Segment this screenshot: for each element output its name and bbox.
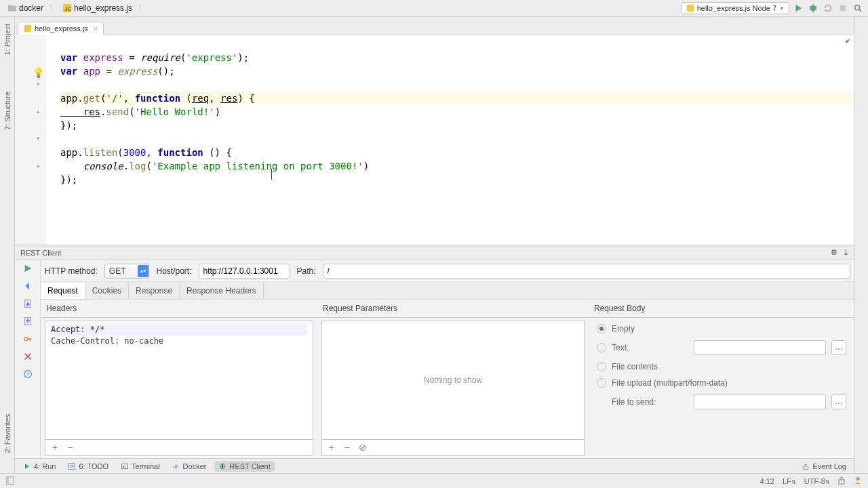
browse-file-button[interactable]: … — [831, 394, 846, 409]
history-back-button[interactable] — [22, 281, 33, 291]
file-encoding[interactable]: UTF-8⇅ — [804, 477, 830, 485]
breadcrumb-file-label: hello_express.js — [74, 3, 132, 13]
js-file-icon: JS — [62, 3, 72, 13]
hide-icon[interactable]: ⤓ — [843, 248, 849, 257]
code-area[interactable]: var express = require('express'); var ap… — [45, 35, 854, 245]
run-button[interactable] — [792, 2, 804, 14]
rest-client-title: REST Client — [20, 249, 61, 257]
favorites-tool-tab[interactable]: 2: Favorites — [2, 410, 13, 457]
fold-icon[interactable]: ▴ — [37, 108, 40, 115]
export-button[interactable] — [22, 298, 33, 309]
fold-icon[interactable]: ▴ — [37, 162, 40, 169]
body-file-upload-option[interactable]: File upload (multipart/form-data) — [594, 375, 849, 391]
help-button[interactable]: ? — [22, 369, 33, 380]
breadcrumb-folder[interactable]: docker — [4, 2, 47, 14]
request-params-title: Request Parameters — [317, 300, 589, 318]
empty-placeholder: Nothing to show — [424, 375, 482, 385]
chevron-right-icon: 〉 — [138, 3, 145, 13]
close-tab-icon[interactable]: × — [94, 24, 98, 33]
clear-params-button[interactable]: ⊘ — [359, 442, 367, 453]
import-button[interactable] — [22, 316, 33, 327]
tab-response-headers[interactable]: Response Headers — [180, 283, 264, 299]
svg-rect-2 — [686, 5, 694, 12]
toolbar-right: hello_express.js Node 7 ▼ — [682, 2, 864, 14]
tab-request[interactable]: Request — [41, 283, 85, 299]
bulb-icon[interactable]: 💡 — [33, 67, 44, 78]
rest-client-tool-button[interactable]: REST Client — [214, 461, 274, 472]
remove-button[interactable] — [22, 351, 33, 362]
submit-request-button[interactable] — [22, 263, 33, 274]
cursor-position[interactable]: 4:12 — [760, 477, 774, 485]
left-tool-window-tabs: 1: Project 7: Structure 2: Favorites — [0, 17, 15, 473]
inspection-indicator[interactable] — [844, 37, 852, 47]
svg-rect-18 — [839, 480, 844, 484]
bottom-tool-bar: 4: Run 6: TODO Terminal Docker REST Clie… — [15, 458, 854, 473]
tool-windows-icon[interactable] — [5, 476, 15, 487]
line-separator[interactable]: LF⇅ — [783, 477, 796, 485]
path-input[interactable] — [323, 264, 850, 279]
editor-gutter: 💡 ▾ ▴ ▾ ▴ — [15, 35, 45, 245]
body-text-input[interactable] — [694, 340, 826, 355]
body-empty-option[interactable]: Empty — [594, 321, 849, 337]
svg-rect-6 — [24, 25, 32, 33]
add-header-button[interactable]: + — [52, 442, 58, 453]
svg-rect-17 — [7, 476, 9, 484]
remove-header-button[interactable]: − — [67, 442, 73, 453]
gear-icon[interactable]: ⚙ — [831, 248, 837, 257]
breadcrumb: docker 〉 JS hello_express.js 〉 — [4, 2, 682, 14]
docker-tool-button[interactable]: Docker — [168, 461, 211, 472]
generate-auth-button[interactable] — [22, 333, 33, 344]
js-file-icon — [686, 4, 694, 12]
project-tool-tab[interactable]: 1: Project — [2, 20, 13, 59]
headers-title: Headers — [41, 300, 317, 318]
request-params-list[interactable]: Nothing to show — [321, 321, 585, 440]
stop-button[interactable] — [837, 2, 849, 14]
fold-icon[interactable]: ▾ — [37, 81, 40, 87]
folder-icon — [7, 3, 17, 13]
lock-icon[interactable] — [838, 476, 845, 486]
remove-param-button[interactable]: − — [344, 442, 349, 453]
chevron-updown-icon: ▴▾ — [138, 265, 149, 277]
editor-tab[interactable]: hello_express.js × — [18, 22, 104, 35]
run-config-selector[interactable]: hello_express.js Node 7 ▼ — [682, 2, 789, 14]
svg-point-19 — [856, 476, 859, 480]
rest-sidebar: ? — [15, 260, 41, 458]
rest-tabs: Request Cookies Response Response Header… — [41, 282, 854, 300]
rest-client-panel: REST Client ⚙ ⤓ ? HTTP method: GET — [15, 245, 854, 458]
headers-list[interactable]: Accept: */* Cache-Control: no-cache — [45, 321, 313, 440]
http-method-label: HTTP method: — [45, 266, 98, 276]
breadcrumb-file[interactable]: JS hello_express.js — [59, 2, 136, 14]
breadcrumb-folder-label: docker — [19, 3, 43, 13]
event-log-button[interactable]: Event Log — [797, 461, 850, 472]
expand-text-button[interactable]: … — [831, 340, 846, 355]
add-param-button[interactable]: + — [329, 442, 334, 453]
headers-section: Headers Accept: */* Cache-Control: no-ca… — [41, 300, 317, 458]
search-everywhere-button[interactable] — [852, 2, 864, 14]
todo-tool-button[interactable]: 6: TODO — [64, 461, 113, 472]
body-file-contents-option[interactable]: File contents — [594, 359, 849, 375]
request-body-section: Request Body Empty Text: … — [589, 300, 854, 458]
hector-icon[interactable] — [853, 476, 863, 487]
debug-button[interactable] — [807, 2, 819, 14]
file-to-send-input[interactable] — [694, 394, 826, 409]
svg-rect-15 — [804, 466, 809, 470]
http-method-select[interactable]: GET ▴▾ — [104, 264, 150, 279]
path-label: Path: — [297, 266, 316, 276]
run-tool-button[interactable]: 4: Run — [19, 461, 60, 472]
rerun-button[interactable] — [822, 2, 834, 14]
host-port-label: Host/port: — [156, 266, 191, 276]
fold-icon[interactable]: ▾ — [37, 135, 40, 142]
terminal-tool-button[interactable]: Terminal — [117, 461, 164, 472]
tab-response[interactable]: Response — [129, 283, 180, 299]
tab-cookies[interactable]: Cookies — [85, 283, 129, 299]
request-params-section: Request Parameters Nothing to show + − ⊘ — [317, 300, 589, 458]
code-editor[interactable]: 💡 ▾ ▴ ▾ ▴ var express = require('express… — [15, 35, 854, 245]
host-port-input[interactable] — [199, 264, 290, 279]
status-bar: 4:12 LF⇅ UTF-8⇅ — [0, 473, 868, 488]
body-text-option[interactable]: Text: … — [594, 337, 849, 359]
radio-icon — [597, 378, 606, 388]
svg-point-9 — [24, 337, 27, 340]
structure-tool-tab[interactable]: 7: Structure — [2, 87, 13, 134]
radio-icon — [597, 324, 606, 333]
right-tool-window-tabs — [854, 17, 868, 473]
